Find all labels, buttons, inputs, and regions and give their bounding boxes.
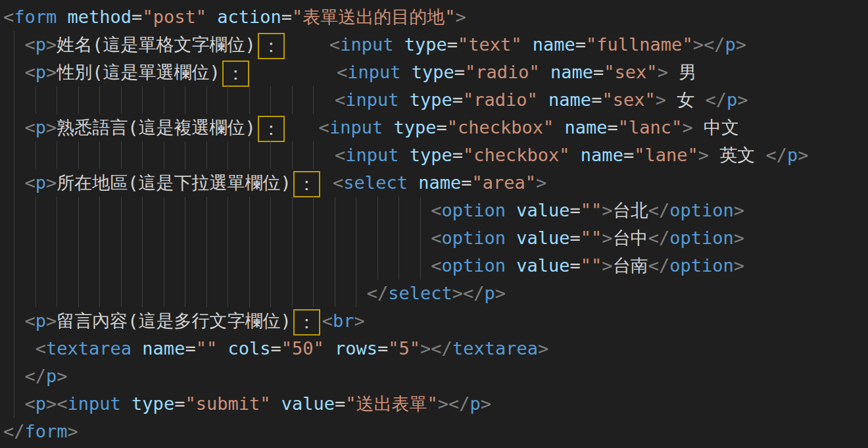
token-text [322, 172, 333, 193]
token-text [132, 338, 142, 359]
token-attribute-name: value [516, 200, 569, 220]
token-tag-name: select [388, 283, 452, 303]
indent-guide [206, 280, 207, 307]
indent-guide [14, 86, 14, 114]
code-line-15[interactable]: <p><input type="submit" value="送出表單"></p… [0, 390, 868, 418]
indent-guide [228, 280, 228, 307]
token-punctuation: > [456, 7, 466, 27]
indent-guide [99, 224, 100, 252]
code-editor[interactable]: <form method="post" action="表單送出的目的地"> <… [0, 0, 868, 448]
token-attribute-name: name [565, 117, 608, 137]
indent-guide [249, 252, 250, 280]
code-line-12[interactable]: <p>留言內容(這是多行文字欄位)：<br> [0, 307, 868, 335]
token-text [3, 145, 335, 165]
token-operator: = [570, 255, 581, 276]
code-line-14[interactable]: </p> [0, 362, 868, 390]
token-text [57, 7, 67, 27]
token-operator: = [570, 228, 581, 248]
indent-guide [121, 224, 122, 252]
token-punctuation: < [3, 7, 14, 27]
token-punctuation: </ [25, 366, 47, 386]
token-punctuation: > [536, 172, 546, 193]
indent-guide [36, 86, 36, 114]
indent-guide [121, 197, 122, 224]
code-line-3[interactable]: <p>性別(這是單選欄位)： <input type="radio" name=… [0, 59, 868, 86]
indent-guide [57, 86, 57, 114]
indent-guide [420, 252, 421, 280]
indent-guide [228, 86, 228, 114]
token-tag-name: p [485, 283, 495, 303]
code-line-16[interactable]: </form> [0, 418, 868, 445]
token-tag-name: p [725, 34, 735, 55]
token-tag-name: input [329, 117, 383, 137]
token-text [522, 34, 533, 55]
indent-guide [335, 197, 335, 224]
indent-guide [121, 252, 122, 280]
indent-guide [14, 197, 14, 224]
indent-guide [57, 197, 57, 224]
token-operator: = [452, 145, 463, 165]
indent-guide [36, 280, 36, 307]
token-text: 台北 [613, 200, 648, 220]
code-line-10[interactable]: <option value="">台南</option> [0, 252, 868, 280]
indent-guide [14, 141, 14, 169]
indent-guide [292, 224, 293, 252]
code-line-1[interactable]: <form method="post" action="表單送出的目的地"> [0, 3, 868, 31]
token-attribute-name: name [581, 145, 623, 165]
code-line-6[interactable]: <input type="checkbox" name="lane"> 英文 <… [0, 141, 868, 169]
token-attribute-name: type [410, 145, 452, 165]
indent-guide [142, 197, 143, 224]
token-punctuation: </ [765, 145, 787, 165]
indent-guide [99, 252, 100, 280]
token-punctuation: > [46, 311, 57, 331]
code-line-11[interactable]: </select></p> [0, 280, 868, 307]
indent-guide [292, 141, 293, 169]
token-tag-name: option [669, 228, 734, 248]
token-tag-name: p [36, 34, 46, 55]
indent-guide [14, 59, 14, 86]
token-tag-name: option [669, 200, 734, 220]
code-line-7[interactable]: <p>所在地區(這是下拉選單欄位)： <select name="area"> [0, 169, 868, 197]
indent-guide [270, 224, 271, 252]
token-tag-name: option [441, 255, 506, 276]
token-attribute-name: rows [335, 338, 377, 359]
token-text: 姓名(這是單格文字欄位) [57, 34, 256, 55]
token-string-value: "area" [471, 172, 536, 193]
token-text: 性別(這是單選欄位) [57, 62, 220, 82]
token-punctuation: < [25, 393, 36, 414]
token-text [398, 89, 409, 110]
indent-guide [14, 252, 14, 280]
indent-guide [270, 197, 271, 224]
token-punctuation: > [734, 228, 744, 248]
code-line-4[interactable]: <input type="radio" name="sex"> 女 </p> [0, 86, 868, 114]
indent-guide [57, 252, 57, 280]
token-text [121, 393, 132, 414]
indent-guide [185, 224, 185, 252]
indent-guide [14, 114, 14, 141]
token-text: 英文 [709, 145, 766, 165]
token-operator: = [447, 34, 458, 55]
code-line-5[interactable]: <p>熟悉語言(這是複選欄位)： <input type="checkbox" … [0, 114, 868, 141]
code-line-8[interactable]: <option value="">台北</option> [0, 197, 868, 224]
code-line-2[interactable]: <p>姓名(這是單格文字欄位)： <input type="text" name… [0, 31, 868, 59]
token-operator: = [570, 200, 581, 220]
token-punctuation: < [322, 311, 333, 331]
code-line-9[interactable]: <option value="">台中</option> [0, 224, 868, 252]
token-punctuation: > [656, 89, 666, 110]
token-operator: = [132, 7, 142, 27]
indent-guide [36, 252, 36, 280]
code-line-13[interactable]: <textarea name="" cols="50" rows="5"></t… [0, 335, 868, 362]
token-punctuation: > [734, 255, 744, 276]
indent-guide [57, 141, 57, 169]
token-text: 女 [666, 89, 706, 110]
indent-guide [398, 224, 399, 252]
indent-guide [270, 86, 271, 114]
indent-guide [249, 141, 250, 169]
token-punctuation: > [57, 366, 67, 386]
token-string-value: "lanc" [618, 117, 683, 137]
indent-guide [377, 252, 378, 280]
token-tag-name: p [36, 117, 46, 137]
token-punctuation: < [335, 89, 345, 110]
token-tag-name: p [787, 145, 798, 165]
indent-guide [228, 141, 228, 169]
